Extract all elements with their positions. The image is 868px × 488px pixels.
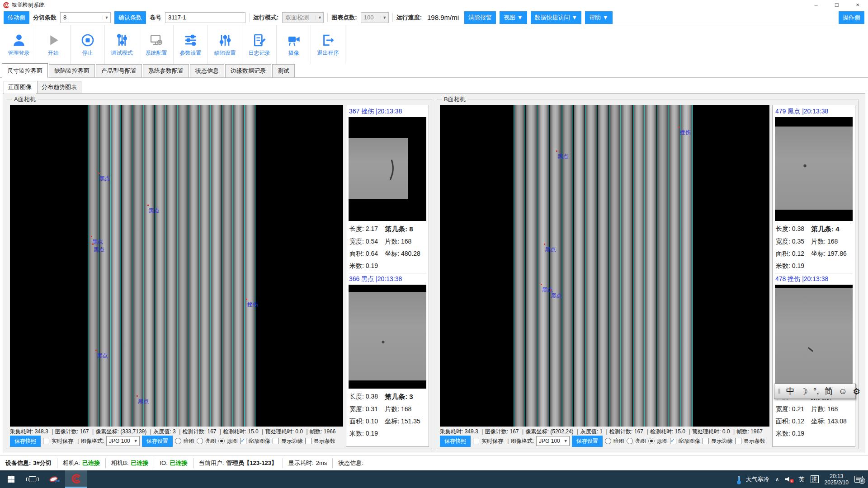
- original-image-radio[interactable]: [648, 438, 655, 444]
- drive-side-button[interactable]: 传动侧: [4, 11, 29, 24]
- image-format-select[interactable]: JPG 100 ▼: [106, 436, 140, 446]
- snipping-tool-button[interactable]: ✂: [43, 470, 65, 488]
- tab-defect-monitor[interactable]: 缺陷监控界面: [49, 64, 95, 77]
- window-title: 视觉检测系统: [12, 1, 44, 9]
- ime-emoji-button[interactable]: ☺: [839, 386, 847, 396]
- camera-capture-button[interactable]: 摄像: [277, 25, 311, 64]
- ime-language-bar: ‖ 中 ☽ °, 简 ☺ ⚙: [774, 384, 856, 399]
- tab-test[interactable]: 测试: [272, 64, 295, 77]
- run-mode-select[interactable]: 双面检测 ▼: [282, 12, 324, 23]
- tab-product-config[interactable]: 产品型号配置: [96, 64, 142, 77]
- slit-count-select[interactable]: 8 ▼: [60, 12, 111, 23]
- show-count-checkbox[interactable]: [305, 438, 311, 444]
- save-snapshot-button[interactable]: 保存快照: [10, 436, 41, 447]
- tab-edge-data[interactable]: 边缘数据记录: [225, 64, 271, 77]
- realtime-save-checkbox[interactable]: [473, 438, 479, 444]
- vision-app-taskbar-button[interactable]: [65, 470, 87, 488]
- tab-distribution-chart[interactable]: 分布趋势图表: [37, 81, 81, 93]
- close-button[interactable]: ×: [847, 0, 868, 10]
- vision-inspection-app: 视觉检测系统 – □ × 传动侧 分切条数 8 ▼ 确认条数 卷号 运行模式: …: [0, 0, 868, 488]
- weather-text[interactable]: 天气寒冷: [746, 475, 769, 483]
- defect-overlay-label: 黑点: [149, 207, 160, 215]
- defect-thumbnail[interactable]: [775, 117, 853, 221]
- ime-simplified-toggle[interactable]: 简: [825, 385, 833, 397]
- zoom-image-checkbox[interactable]: [240, 438, 246, 444]
- save-snapshot-button[interactable]: 保存快照: [440, 436, 471, 447]
- param-settings-button[interactable]: 参数设置: [174, 25, 208, 64]
- camera-a-panel: A面相机 黑点黑点黑点黑点挫伤黑点黑点 采集耗时: 348.3 ｜图像计数: 1…: [7, 99, 432, 449]
- defect-thumbnail[interactable]: [775, 285, 853, 389]
- ime-drag-handle[interactable]: ‖: [778, 388, 781, 395]
- system-config-button[interactable]: 系统配置: [139, 25, 174, 64]
- defect-thumbnail[interactable]: [349, 117, 426, 221]
- data-quick-access-button[interactable]: 数据快捷访问 ▼: [531, 11, 581, 24]
- defect-header: 367 挫伤 |20:13:38: [349, 107, 426, 117]
- tab-system-params[interactable]: 系统参数配置: [143, 64, 189, 77]
- chevron-down-icon: ▼: [132, 439, 139, 443]
- defect-settings-button[interactable]: 缺陷设置: [208, 25, 242, 64]
- dark-image-label: 暗图: [184, 437, 194, 445]
- clear-alarm-button[interactable]: 清除报警: [464, 11, 496, 24]
- show-edge-checkbox[interactable]: [703, 438, 709, 444]
- current-user-value: 管理员【123-123】: [226, 459, 277, 467]
- defect-overlay-label: 黑点: [94, 246, 104, 253]
- thermometer-icon[interactable]: [738, 476, 740, 483]
- tab-size-monitor[interactable]: 尺寸监控界面: [2, 63, 48, 78]
- original-image-radio[interactable]: [218, 438, 225, 444]
- main-tab-bar: 尺寸监控界面 缺陷监控界面 产品型号配置 系统参数配置 状态信息 边缘数据记录 …: [0, 64, 868, 78]
- save-settings-button[interactable]: 保存设置: [572, 436, 603, 447]
- show-edge-checkbox[interactable]: [273, 438, 279, 444]
- defect-info: 长度: 2.17 第几条: 8 宽度: 0.54 片数: 168 面积: 0.6…: [349, 221, 426, 273]
- defect-overlay-label: 黑点: [557, 153, 568, 160]
- bright-image-radio[interactable]: [197, 438, 203, 444]
- realtime-save-checkbox[interactable]: [43, 438, 49, 444]
- camera-panels-container: A面相机 黑点黑点黑点黑点挫伤黑点黑点 采集耗时: 348.3 ｜图像计数: 1…: [3, 93, 865, 452]
- start-button[interactable]: 开始: [36, 25, 71, 64]
- ime-settings-gear-icon[interactable]: ⚙: [853, 386, 860, 397]
- dark-image-radio[interactable]: [605, 438, 611, 444]
- image-format-select[interactable]: JPG 100 ▼: [536, 436, 570, 446]
- strip-region: [99, 105, 110, 427]
- ime-chinese-toggle[interactable]: 中: [786, 385, 795, 397]
- tab-status-info[interactable]: 状态信息: [190, 64, 224, 77]
- clock[interactable]: 20:13 2025/2/10: [825, 473, 849, 486]
- help-menu-button[interactable]: 帮助 ▼: [585, 11, 612, 24]
- tray-expand-icon[interactable]: ∧: [775, 476, 779, 483]
- start-button[interactable]: [0, 470, 22, 488]
- save-settings-button[interactable]: 保存设置: [142, 436, 173, 447]
- ime-punctuation-toggle[interactable]: °,: [813, 386, 819, 396]
- status-message-label: 状态信息:: [338, 459, 363, 467]
- view-menu-button[interactable]: 视图 ▼: [500, 11, 527, 24]
- camera-b-image[interactable]: 挫伤黑点黑点黑点黑点: [440, 105, 769, 427]
- confirm-count-button[interactable]: 确认条数: [114, 11, 146, 24]
- show-count-checkbox[interactable]: [735, 438, 741, 444]
- notification-center-icon[interactable]: 6: [854, 476, 863, 483]
- minimize-button[interactable]: –: [806, 0, 826, 10]
- stop-button[interactable]: 停止: [71, 25, 105, 64]
- defect-info: 长度: 0.38 第几条: 4 宽度: 0.35 片数: 168 面积: 0.1…: [775, 221, 853, 273]
- operator-side-button[interactable]: 操作侧: [839, 11, 864, 24]
- tab-front-image[interactable]: 正面图像: [4, 81, 36, 94]
- dark-image-radio[interactable]: [175, 438, 181, 444]
- roll-number-input[interactable]: [165, 12, 245, 23]
- strip-region-outlined: [514, 105, 525, 427]
- maximize-button[interactable]: □: [826, 0, 847, 10]
- task-view-button[interactable]: [22, 470, 43, 488]
- zoom-image-checkbox[interactable]: [670, 438, 676, 444]
- bright-image-radio[interactable]: [627, 438, 633, 444]
- log-record-button[interactable]: 日志记录: [242, 25, 277, 64]
- ime-indicator[interactable]: 拼: [811, 475, 819, 483]
- camera-b-title: B面相机: [442, 95, 468, 103]
- language-indicator[interactable]: 英: [799, 475, 805, 483]
- camera-a-image[interactable]: 黑点黑点黑点黑点挫伤黑点黑点: [10, 105, 343, 427]
- exit-program-button[interactable]: 退出程序: [311, 25, 345, 64]
- admin-login-button[interactable]: 管理登录: [2, 25, 36, 64]
- original-image-label: 原图: [227, 437, 238, 445]
- strip-region-outlined: [681, 105, 692, 427]
- chart-points-select[interactable]: 100 ▼: [361, 12, 389, 23]
- defect-overlay-label: 黑点: [545, 246, 556, 253]
- volume-muted-icon[interactable]: ×: [785, 476, 793, 482]
- debug-mode-button[interactable]: 调试模式: [105, 25, 139, 64]
- defect-thumbnail[interactable]: [349, 285, 426, 389]
- ime-fullwidth-moon-icon[interactable]: ☽: [800, 386, 808, 397]
